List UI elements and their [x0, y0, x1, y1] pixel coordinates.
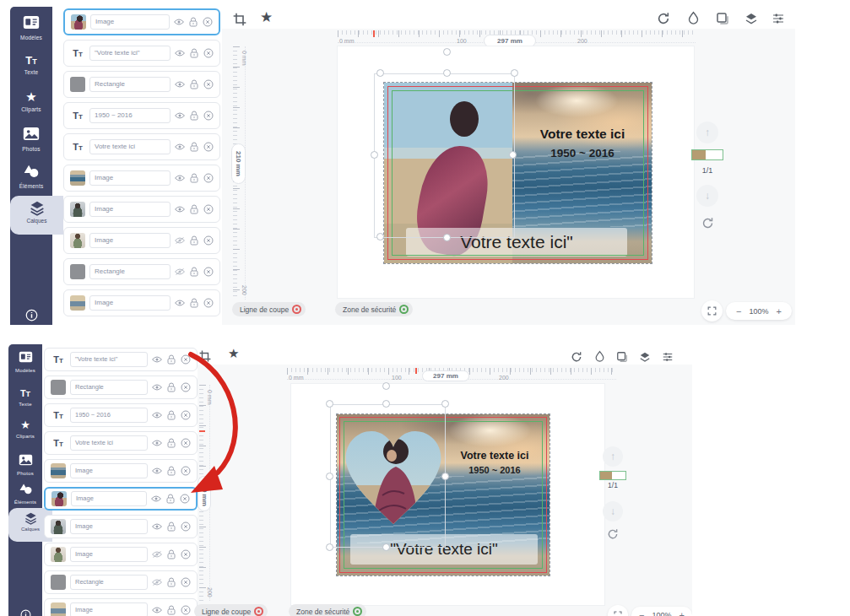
- layer-row[interactable]: Image: [63, 8, 220, 35]
- fullscreen-button[interactable]: [701, 300, 723, 322]
- canvas-title-text[interactable]: Votre texte ici: [515, 127, 650, 142]
- remove-icon[interactable]: [181, 382, 191, 392]
- visibility-icon[interactable]: [152, 410, 162, 420]
- resize-handle[interactable]: [441, 400, 449, 408]
- lock-icon[interactable]: [166, 382, 176, 392]
- move-layer-down-button[interactable]: ↓: [696, 185, 718, 207]
- sidebar-item-modeles[interactable]: Modèles: [10, 15, 52, 41]
- cut-line-chip[interactable]: Ligne de coupe: [194, 604, 268, 616]
- lock-icon[interactable]: [189, 142, 199, 152]
- visibility-icon[interactable]: [175, 204, 185, 214]
- layer-row[interactable]: TT Votre texte ici: [63, 133, 220, 160]
- remove-icon[interactable]: [203, 111, 214, 121]
- remove-icon[interactable]: [203, 48, 214, 58]
- info-icon[interactable]: [25, 309, 38, 322]
- remove-icon[interactable]: [203, 173, 214, 183]
- resize-handle[interactable]: [376, 69, 384, 77]
- layer-name-input[interactable]: Rectangle: [70, 575, 148, 590]
- layer-row[interactable]: Image: [63, 227, 220, 254]
- lock-icon[interactable]: [189, 111, 199, 121]
- canvas-dates-text[interactable]: 1950 ~ 2016: [443, 465, 546, 475]
- layer-row[interactable]: Rectangle: [63, 258, 220, 285]
- star-icon[interactable]: ★: [228, 347, 239, 359]
- lock-icon[interactable]: [166, 354, 176, 365]
- layer-row[interactable]: Rectangle: [63, 71, 220, 98]
- layer-name-input[interactable]: Image: [89, 233, 171, 248]
- sidebar-item-texte[interactable]: TT Texte: [8, 385, 42, 407]
- layers-order-icon[interactable]: [744, 12, 758, 25]
- color-drop-icon[interactable]: [687, 11, 700, 25]
- sidebar-item-cliparts[interactable]: ★ Cliparts: [10, 89, 52, 112]
- layer-name-input[interactable]: Image: [70, 547, 148, 562]
- move-layer-up-button[interactable]: ↑: [696, 122, 718, 143]
- visibility-icon[interactable]: [152, 354, 162, 365]
- sidebar-item-elements[interactable]: Éléments: [10, 164, 52, 189]
- canvas-caption-text[interactable]: "Votre texte ici": [350, 534, 538, 565]
- card-design[interactable]: Votre texte ici 1950 ~ 2016 Votre texte …: [384, 83, 652, 263]
- lock-icon[interactable]: [166, 605, 176, 615]
- remove-icon[interactable]: [181, 438, 191, 448]
- layer-row[interactable]: TT 1950 ~ 2016: [63, 102, 220, 129]
- layer-row[interactable]: Image: [44, 459, 198, 483]
- resize-handle[interactable]: [511, 69, 518, 77]
- layer-row[interactable]: Image: [63, 289, 220, 316]
- layer-name-input[interactable]: Image: [70, 519, 148, 534]
- visibility-icon[interactable]: [152, 438, 162, 448]
- sidebar-item-elements[interactable]: Éléments: [8, 483, 42, 505]
- zoom-out-button[interactable]: −: [736, 306, 741, 316]
- remove-icon[interactable]: [180, 494, 190, 504]
- layer-row[interactable]: TT 1950 ~ 2016: [44, 403, 198, 427]
- crop-icon[interactable]: [233, 13, 246, 26]
- layer-name-input[interactable]: Image: [71, 491, 147, 506]
- zoom-in-button[interactable]: +: [777, 306, 782, 316]
- canvas-title-text[interactable]: Votre texte ici: [443, 450, 546, 462]
- remove-icon[interactable]: [203, 267, 214, 277]
- layer-row[interactable]: Image: [63, 196, 220, 223]
- visibility-icon[interactable]: [151, 494, 161, 504]
- resize-handle[interactable]: [509, 151, 517, 159]
- canvas-dates-text[interactable]: 1950 ~ 2016: [515, 147, 650, 159]
- rotate-icon[interactable]: [657, 12, 670, 25]
- sidebar-item-calques[interactable]: Calques: [10, 196, 63, 235]
- layer-row[interactable]: Image: [44, 543, 198, 566]
- layer-row[interactable]: Image: [44, 598, 198, 616]
- rotate-handle[interactable]: [382, 382, 390, 390]
- lock-icon[interactable]: [166, 577, 176, 587]
- layer-row[interactable]: Rectangle: [44, 570, 198, 594]
- remove-icon[interactable]: [181, 466, 191, 476]
- visibility-off-icon[interactable]: [152, 549, 162, 559]
- info-icon[interactable]: [20, 609, 31, 616]
- remove-icon[interactable]: [181, 605, 191, 615]
- layer-name-input[interactable]: 1950 ~ 2016: [89, 108, 171, 123]
- rotate-icon[interactable]: [571, 351, 582, 363]
- lock-icon[interactable]: [189, 79, 199, 89]
- layer-name-input[interactable]: 1950 ~ 2016: [70, 408, 148, 423]
- layer-name-input[interactable]: "Votre texte ici": [89, 46, 171, 61]
- layers-order-icon[interactable]: [639, 351, 651, 363]
- resize-handle[interactable]: [382, 543, 390, 551]
- lock-icon[interactable]: [189, 48, 199, 58]
- canvas-caption-text[interactable]: Votre texte ici": [406, 228, 627, 257]
- resize-handle[interactable]: [443, 69, 451, 77]
- visibility-icon[interactable]: [152, 605, 162, 615]
- layer-name-input[interactable]: Rectangle: [70, 380, 148, 395]
- lock-icon[interactable]: [189, 204, 199, 214]
- lock-icon[interactable]: [189, 173, 199, 183]
- sidebar-item-cliparts[interactable]: ★ Cliparts: [8, 417, 42, 439]
- remove-icon[interactable]: [203, 17, 213, 27]
- layer-row[interactable]: Image: [44, 487, 198, 511]
- lock-icon[interactable]: [165, 494, 176, 504]
- settings-sliders-icon[interactable]: [662, 351, 674, 363]
- visibility-off-icon[interactable]: [152, 577, 162, 587]
- lock-icon[interactable]: [189, 267, 199, 277]
- move-layer-up-button[interactable]: ↑: [603, 446, 623, 467]
- refresh-icon[interactable]: [607, 528, 619, 540]
- cut-line-chip[interactable]: Ligne de coupe: [232, 302, 306, 316]
- resize-handle[interactable]: [326, 473, 333, 480]
- visibility-icon[interactable]: [175, 173, 185, 183]
- card-design[interactable]: Votre texte ici 1950 ~ 2016 "Votre texte…: [337, 414, 550, 575]
- layer-row[interactable]: Rectangle: [44, 376, 198, 399]
- lock-icon[interactable]: [166, 549, 176, 559]
- remove-icon[interactable]: [181, 521, 191, 532]
- frame-icon[interactable]: [716, 12, 729, 25]
